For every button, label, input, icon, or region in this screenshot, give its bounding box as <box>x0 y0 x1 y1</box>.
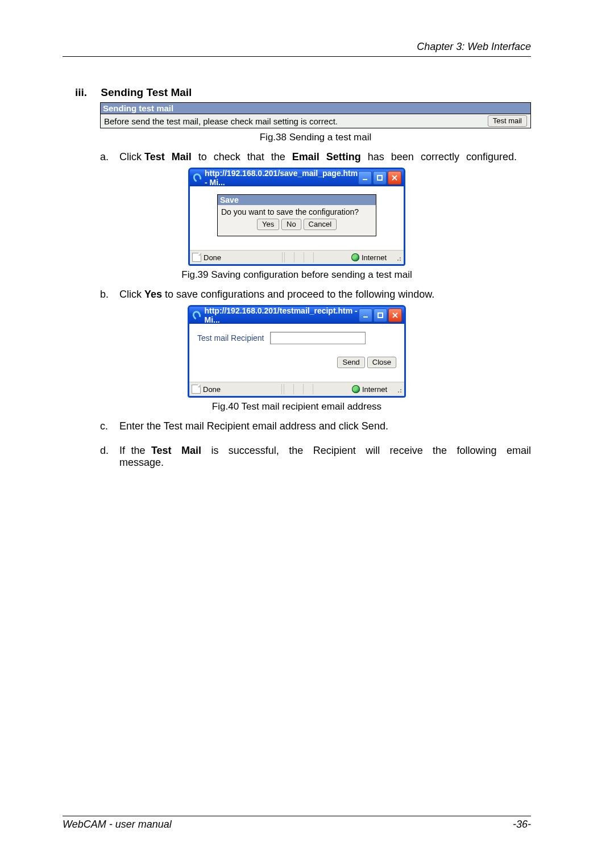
step-c-text: Enter the Test mail Recipient email addr… <box>119 420 388 432</box>
step-b-text1: Click <box>119 289 144 300</box>
status-done: Done <box>203 385 221 394</box>
step-d: d. If the Test Mail is successful, the R… <box>100 445 531 469</box>
resize-grip-icon <box>393 253 401 261</box>
step-c-marker: c. <box>100 420 108 432</box>
step-d-text1: If the <box>119 445 151 456</box>
no-button[interactable]: No <box>281 219 301 230</box>
figure-39-window: http://192.168.0.201/save_mail_page.htm … <box>188 168 405 266</box>
test-mail-recipient-input[interactable] <box>270 332 366 344</box>
yes-button[interactable]: Yes <box>257 219 279 230</box>
step-a-text3: has been correctly configured. <box>361 151 517 162</box>
save-dialog-title: Save <box>218 195 376 205</box>
resize-grip-icon <box>394 385 402 393</box>
maximize-button[interactable] <box>373 171 387 185</box>
section-title: Sending Test Mail <box>101 86 192 98</box>
footer-left: WebCAM - user manual <box>63 819 172 831</box>
fig39-titlebar: http://192.168.0.201/save_mail_page.htm … <box>190 169 404 186</box>
svg-rect-0 <box>363 179 367 180</box>
step-b-bold: Yes <box>144 289 162 300</box>
minimize-button[interactable] <box>358 171 372 185</box>
svg-rect-1 <box>377 176 382 180</box>
page-icon <box>192 253 201 262</box>
fig40-titlebar: http://192.168.0.201/testmail_recipt.htm… <box>189 307 404 324</box>
svg-rect-2 <box>363 316 368 318</box>
fig38-caption: Fig.38 Sending a test mail <box>100 132 531 143</box>
step-a: a. Click Test Mail to check that the Ema… <box>100 151 531 163</box>
step-c: c. Enter the Test mail Recipient email a… <box>100 420 531 432</box>
ie-logo-icon <box>193 311 201 320</box>
save-dialog: Save Do you want to save the configurati… <box>217 194 376 236</box>
footer-page-number: -36- <box>513 819 531 831</box>
figure-38: Sending test mail Before send the test m… <box>100 102 531 128</box>
step-a-text2: to check that the <box>192 151 292 162</box>
fig40-statusbar: Done Internet <box>189 382 404 396</box>
section-heading: iii. Sending Test Mail <box>63 86 531 99</box>
page-icon <box>192 385 201 394</box>
internet-zone-icon <box>351 253 359 261</box>
step-a-bold1: Test Mail <box>144 151 192 162</box>
close-button[interactable] <box>388 171 401 185</box>
test-mail-button[interactable]: Test mail <box>488 115 527 127</box>
chapter-header: Chapter 3: Web Interface <box>63 41 531 56</box>
fig39-caption: Fig.39 Saving configuration before sendi… <box>63 269 531 281</box>
status-done: Done <box>204 253 221 262</box>
fig40-caption: Fig.40 Test mail recipient email address <box>63 401 531 412</box>
figure-40-window: http://192.168.0.201/testmail_recipt.htm… <box>188 305 406 398</box>
section-number: iii. <box>75 86 98 99</box>
send-button[interactable]: Send <box>337 357 364 368</box>
fig40-url: http://192.168.0.201/testmail_recipt.htm… <box>204 306 359 324</box>
step-a-bold2: Email Setting <box>292 151 361 162</box>
cancel-button[interactable]: Cancel <box>304 219 337 230</box>
internet-zone-icon <box>352 385 360 393</box>
minimize-button[interactable] <box>359 308 372 322</box>
step-b-marker: b. <box>100 289 109 301</box>
status-zone: Internet <box>362 385 387 394</box>
svg-rect-3 <box>378 313 383 318</box>
fig38-body: Before send the test mail, please check … <box>100 114 531 128</box>
fig39-statusbar: Done Internet <box>190 250 404 264</box>
step-b-text2: to save configurations and proceed to th… <box>162 289 434 300</box>
maximize-button[interactable] <box>374 308 387 322</box>
header-rule <box>63 56 531 57</box>
step-d-marker: d. <box>100 445 109 457</box>
fig38-titlebar: Sending test mail <box>100 102 531 114</box>
close-button[interactable] <box>388 308 402 322</box>
status-zone: Internet <box>362 253 387 262</box>
step-b: b. Click Yes to save configurations and … <box>100 289 531 301</box>
fig39-url: http://192.168.0.201/save_mail_page.htm … <box>205 169 358 187</box>
fig38-body-text: Before send the test mail, please check … <box>104 116 338 126</box>
save-dialog-question: Do you want to save the configuration? <box>221 207 372 216</box>
step-a-marker: a. <box>100 151 109 163</box>
ie-logo-icon <box>193 173 201 182</box>
page-footer: WebCAM - user manual -36- <box>63 816 531 831</box>
test-mail-recipient-label: Test mail Recipient <box>197 333 264 343</box>
step-a-text1: Click <box>119 151 144 162</box>
close-dialog-button[interactable]: Close <box>367 357 396 368</box>
step-d-bold: Test Mail <box>151 445 201 456</box>
